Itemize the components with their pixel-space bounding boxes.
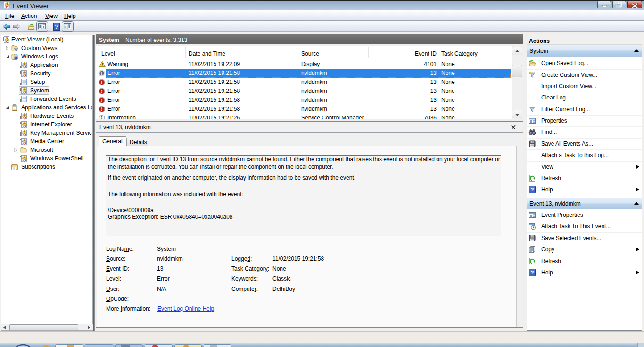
- svg-text:?: ?: [55, 24, 58, 30]
